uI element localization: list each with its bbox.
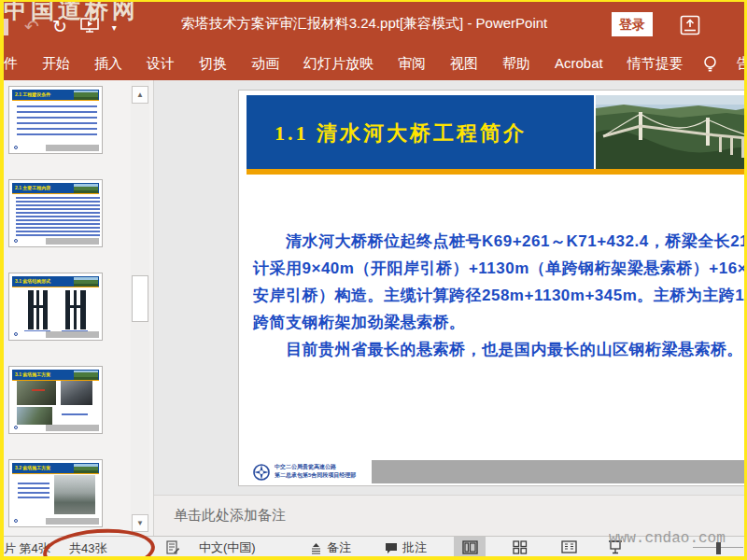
comments-toggle[interactable]: 批注 — [385, 539, 427, 556]
tab-transitions[interactable]: 切换 — [187, 47, 239, 80]
slide-sorter-view-button[interactable] — [504, 537, 536, 557]
thumb-text-lines — [17, 105, 97, 139]
thumb-header: 2.1 主要工程内容 — [12, 183, 99, 194]
normal-view-button[interactable] — [454, 537, 486, 557]
comment-icon — [385, 542, 398, 554]
powerpoint-window: ↶ ↻ ▾ 索塔技术方案评审汇报材料3.24.ppt[兼容模式] - Power… — [0, 0, 747, 560]
current-slide-canvas[interactable]: 1.1 清水河大桥工程简介 — [238, 90, 747, 486]
tab-home[interactable]: 开始 — [30, 47, 82, 80]
tab-animations[interactable]: 动画 — [239, 47, 291, 80]
footer-org-line2: 第二总承包第5合同段项目经理部 — [275, 471, 356, 480]
slide-thumbnail-4[interactable]: 3.1 索塔施工方案 — [8, 366, 103, 434]
tab-view[interactable]: 视图 — [438, 47, 490, 80]
thumb-header: 3.1 索塔结构形式 — [12, 276, 99, 287]
thumb-photo — [74, 184, 98, 193]
ribbon-tab-row: 件 开始 插入 设计 切换 动画 幻灯片放映 审阅 视图 帮助 Acrobat … — [0, 47, 747, 80]
lightbulb-icon[interactable] — [696, 47, 725, 80]
notes-toggle[interactable]: 备注 — [310, 539, 351, 556]
slide-editing-area: 1.1 清水河大桥工程简介 — [154, 80, 747, 495]
thumb-photo — [61, 381, 92, 405]
tab-file[interactable]: 件 — [0, 47, 30, 80]
slide-number-indicator: 片 第4张 — [4, 540, 50, 557]
company-logo-icon — [252, 463, 271, 485]
language-indicator[interactable]: 中文(中国) — [199, 539, 256, 556]
scroll-down-button[interactable]: ▼ — [132, 514, 148, 532]
slide-thumbnail-5[interactable]: 3.2 索塔施工方案 — [8, 459, 103, 527]
thumb-photo — [74, 277, 98, 287]
slide-footer-logo-box: 中交二公局贵瓮高速公路 第二总承包第5合同段项目经理部 — [247, 460, 372, 483]
thumb-header: 3.1 索塔施工方案 — [12, 370, 99, 381]
thumb-photo — [74, 91, 98, 100]
bridge-photo — [596, 95, 747, 169]
thumb-photo — [74, 464, 98, 473]
thumb-photo — [17, 407, 52, 426]
login-button[interactable]: 登录 — [612, 12, 653, 36]
notes-icon — [310, 542, 322, 554]
border-strip — [0, 0, 4, 560]
cndao-watermark-bottom: www.cndao.com — [609, 530, 726, 547]
border-strip — [0, 0, 747, 2]
tab-acrobat[interactable]: Acrobat — [543, 47, 615, 80]
thumb-header: 3.2 索塔施工方案 — [12, 463, 99, 474]
tab-review[interactable]: 审阅 — [386, 47, 438, 80]
cndao-watermark-top: 中国道桥网 — [4, 0, 139, 25]
border-strip — [0, 556, 747, 560]
slide-thumbnail-1[interactable]: 2.1 工程建设条件 — [8, 86, 103, 154]
slide-accent-bar — [247, 169, 747, 175]
slide-body-line: 跨简支钢桁架加劲梁悬索桥。 — [253, 312, 466, 333]
tab-help[interactable]: 帮助 — [490, 47, 543, 80]
accessibility-icon[interactable] — [166, 540, 180, 557]
slide-body-line: 目前贵州省最长的悬索桥，也是国内最长的山区钢桁梁悬索桥。 — [253, 339, 743, 360]
tower-diagram — [28, 290, 34, 329]
document-title: 索塔技术方案评审汇报材料3.24.ppt[兼容模式] - PowerPoint — [159, 15, 570, 33]
thumb-text-lines — [16, 197, 100, 238]
notes-placeholder: 单击此处添加备注 — [174, 507, 286, 525]
thumb-photo — [54, 475, 95, 514]
slide-title: 1.1 清水河大桥工程简介 — [275, 119, 527, 147]
footer-org-line1: 中交二公局贵瓮高速公路 — [275, 463, 356, 471]
slide-total-indicator: 共43张 — [69, 540, 106, 557]
slide-footer-band — [372, 460, 747, 483]
scroll-up-button[interactable]: ▲ — [132, 86, 148, 104]
slide-body-line: 清水河大桥桥位起终点桩号K69+261～K71+432.4，桥梁全长2171.4… — [253, 231, 747, 252]
thumbnail-scrollbar-thumb[interactable] — [132, 275, 148, 322]
tab-slideshow[interactable]: 幻灯片放映 — [291, 47, 386, 80]
slide-body-line: 计采用9×40m（开阳岸引桥）+1130m（单跨钢桁架梁悬索桥）+16×42m（… — [253, 258, 747, 279]
thumb-photo — [74, 371, 98, 380]
ribbon-display-options-icon[interactable] — [680, 15, 700, 35]
slide-thumbnail-3[interactable]: 3.1 索塔结构形式 — [8, 273, 103, 341]
thumb-photo — [17, 381, 56, 405]
slide-body-line: 安岸引桥）构造。主缆计算跨径258m+1130m+345m。主桥为主跨1130m… — [253, 285, 747, 306]
tab-design[interactable]: 设计 — [134, 47, 187, 80]
slide-thumbnail-2[interactable]: 2.1 主要工程内容 — [8, 179, 103, 247]
tower-diagram — [65, 290, 70, 329]
reading-view-button[interactable] — [553, 537, 585, 557]
slide-title-bar: 1.1 清水河大桥工程简介 — [247, 95, 594, 169]
tab-storyboarding[interactable]: 情节提要 — [615, 47, 696, 80]
thumb-header: 2.1 工程建设条件 — [12, 90, 99, 101]
tab-insert[interactable]: 插入 — [82, 47, 134, 80]
